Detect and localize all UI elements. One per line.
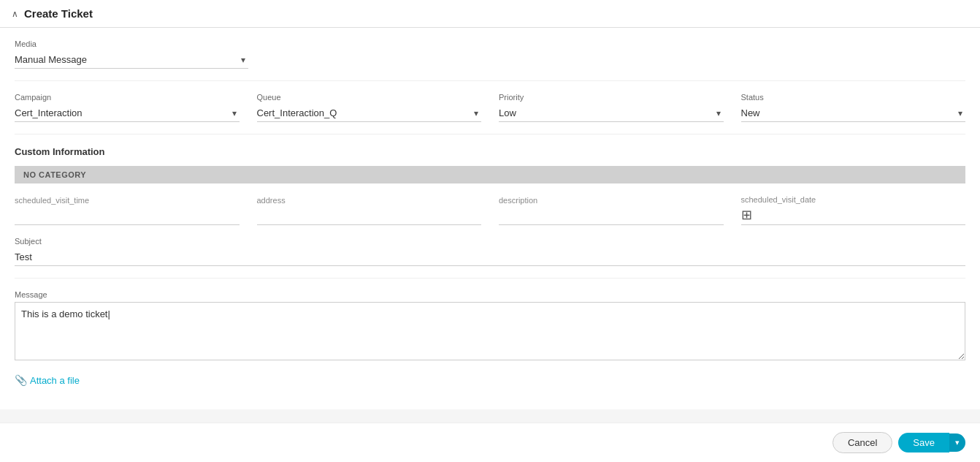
- page-title: Create Ticket: [24, 7, 93, 20]
- description-label: description: [499, 196, 724, 205]
- queue-select-wrapper: Cert_Interaction_Q ▾: [257, 105, 482, 122]
- scheduled-visit-time-field: scheduled_visit_time: [15, 196, 240, 225]
- save-button[interactable]: Save: [898, 433, 949, 452]
- priority-select[interactable]: Low Medium High: [499, 105, 724, 122]
- calendar-icon[interactable]: ⊞: [741, 207, 966, 223]
- queue-field: Queue Cert_Interaction_Q ▾: [257, 93, 482, 122]
- media-section: Media Manual Message Email Chat ▾: [15, 39, 965, 69]
- description-input[interactable]: [499, 208, 724, 225]
- subject-input[interactable]: [15, 249, 965, 266]
- date-underline: [741, 224, 966, 225]
- address-label: address: [257, 196, 482, 205]
- campaign-select[interactable]: Cert_Interaction: [15, 105, 240, 122]
- address-input[interactable]: [257, 208, 482, 225]
- scheduled-visit-time-input[interactable]: [15, 208, 240, 225]
- attach-file-label: Attach a file: [30, 375, 80, 386]
- save-button-wrapper: Save ▾: [898, 432, 965, 453]
- status-label: Status: [741, 93, 966, 102]
- date-field-wrapper: ⊞: [741, 207, 966, 225]
- divider-3: [15, 278, 965, 279]
- divider-2: [15, 134, 965, 135]
- queue-select[interactable]: Cert_Interaction_Q: [257, 105, 482, 122]
- custom-info-section: Custom Information NO CATEGORY scheduled…: [15, 146, 965, 225]
- media-label: Media: [15, 39, 248, 48]
- subject-label: Subject: [15, 237, 965, 246]
- priority-label: Priority: [499, 93, 724, 102]
- attach-file-link[interactable]: 📎 Attach a file: [15, 374, 965, 386]
- scheduled-visit-date-label: scheduled_visit_date: [741, 195, 966, 204]
- queue-label: Queue: [257, 93, 482, 102]
- chevron-up-icon: ∧: [12, 9, 18, 19]
- message-section: Message This is a demo ticket|: [15, 290, 965, 363]
- scheduled-visit-time-label: scheduled_visit_time: [15, 196, 240, 205]
- divider-1: [15, 80, 965, 81]
- priority-select-wrapper: Low Medium High ▾: [499, 105, 724, 122]
- media-select[interactable]: Manual Message Email Chat: [15, 51, 248, 69]
- custom-fields-row: scheduled_visit_time address description…: [15, 195, 965, 225]
- scheduled-visit-date-field: scheduled_visit_date ⊞: [741, 195, 966, 225]
- cancel-button[interactable]: Cancel: [832, 432, 892, 453]
- campaign-label: Campaign: [15, 93, 240, 102]
- main-content: Media Manual Message Email Chat ▾ Campai…: [0, 28, 980, 409]
- description-field: description: [499, 196, 724, 225]
- page-header: ∧ Create Ticket: [0, 0, 980, 28]
- footer-buttons: Cancel Save ▾: [0, 423, 980, 462]
- category-bar: NO CATEGORY: [15, 166, 965, 183]
- media-select-wrapper: Manual Message Email Chat ▾: [15, 51, 248, 69]
- status-select[interactable]: New Open Closed: [741, 105, 966, 122]
- status-field: Status New Open Closed ▾: [741, 93, 966, 122]
- media-field: Media Manual Message Email Chat ▾: [15, 39, 248, 69]
- save-dropdown-button[interactable]: ▾: [949, 433, 965, 452]
- message-textarea[interactable]: This is a demo ticket|: [15, 302, 965, 360]
- campaign-row: Campaign Cert_Interaction ▾ Queue Cert_I…: [15, 93, 965, 122]
- attach-icon: 📎: [15, 374, 27, 386]
- status-select-wrapper: New Open Closed ▾: [741, 105, 966, 122]
- custom-info-title: Custom Information: [15, 146, 965, 157]
- subject-section: Subject: [15, 237, 965, 266]
- message-label: Message: [15, 290, 965, 299]
- campaign-field: Campaign Cert_Interaction ▾: [15, 93, 240, 122]
- address-field: address: [257, 196, 482, 225]
- priority-field: Priority Low Medium High ▾: [499, 93, 724, 122]
- campaign-select-wrapper: Cert_Interaction ▾: [15, 105, 240, 122]
